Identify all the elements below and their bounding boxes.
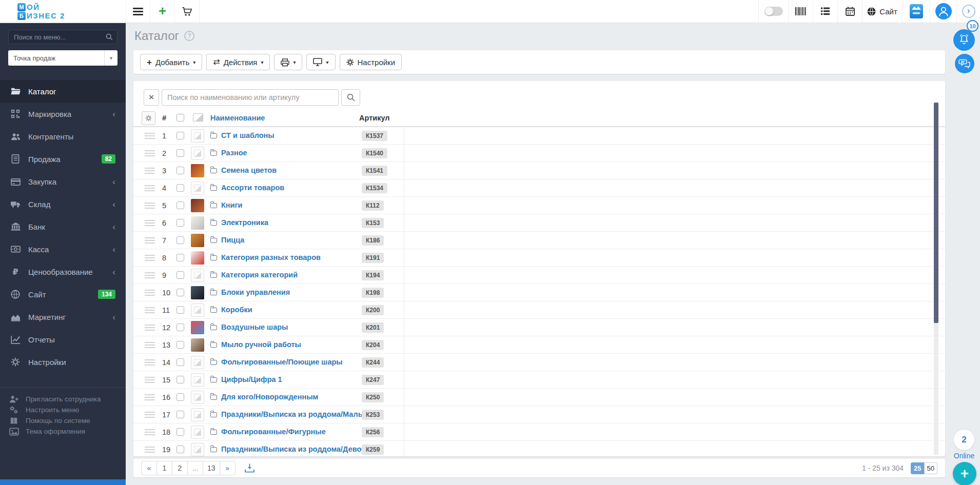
- category-link[interactable]: Фольгированные/Поющие шары: [221, 358, 343, 366]
- drag-handle-icon[interactable]: [145, 185, 155, 191]
- drag-handle-icon[interactable]: [145, 377, 155, 383]
- row-checkbox[interactable]: [177, 376, 184, 383]
- category-link[interactable]: Электроника: [221, 218, 268, 227]
- row-checkbox[interactable]: [177, 254, 184, 261]
- drag-handle-icon[interactable]: [145, 272, 155, 278]
- clear-search-button[interactable]: ×: [144, 89, 159, 106]
- columns-settings-button[interactable]: [142, 111, 155, 125]
- page-button-prev[interactable]: «: [141, 461, 157, 475]
- table-search-input[interactable]: [162, 89, 339, 106]
- drag-handle-icon[interactable]: [145, 412, 155, 418]
- category-link[interactable]: Праздники/Выписка из роддома/Девочки: [221, 445, 374, 453]
- user-avatar-button[interactable]: [930, 0, 956, 23]
- floating-add-button[interactable]: +: [953, 462, 976, 485]
- sidebar-item-cashdesk[interactable]: Касса‹: [0, 238, 126, 260]
- search-submit-button[interactable]: [341, 89, 360, 106]
- lists-button[interactable]: [813, 0, 837, 23]
- sidebar-link-system-help[interactable]: Помощь по системе: [0, 415, 126, 426]
- menu-search-input[interactable]: [8, 30, 117, 44]
- notifications-button[interactable]: [953, 29, 975, 51]
- category-link[interactable]: Категория разных товаров: [221, 253, 321, 261]
- drag-handle-icon[interactable]: [145, 359, 155, 366]
- drag-handle-icon[interactable]: [145, 307, 155, 313]
- page-size-25[interactable]: 25: [911, 462, 924, 474]
- sidebar-item-contractors[interactable]: Контрагенты: [0, 125, 126, 148]
- category-link[interactable]: Для кого/Новорожденным: [221, 393, 318, 401]
- row-checkbox[interactable]: [177, 446, 184, 453]
- category-link[interactable]: Фольгированные/Фигурные: [221, 428, 326, 436]
- sidebar-item-pricing[interactable]: ₽Ценообразование‹: [0, 260, 126, 283]
- app-logo[interactable]: М ОЙ Б ИЗНЕС 2: [17, 3, 65, 20]
- row-checkbox[interactable]: [177, 271, 184, 279]
- table-row[interactable]: 7ПиццаК186: [133, 232, 945, 249]
- page-button-1[interactable]: 1: [156, 461, 172, 475]
- help-icon[interactable]: ?: [184, 31, 194, 41]
- sidebar-item-warehouse[interactable]: Склад‹: [0, 193, 126, 215]
- row-checkbox[interactable]: [177, 324, 184, 331]
- table-row[interactable]: 5КнигиК112: [133, 197, 945, 214]
- page-button-next[interactable]: »: [220, 461, 236, 475]
- category-link[interactable]: Разное: [221, 149, 247, 157]
- quick-add-button[interactable]: +: [150, 0, 175, 23]
- category-link[interactable]: Пицца: [221, 236, 244, 244]
- row-checkbox[interactable]: [177, 306, 184, 314]
- row-checkbox[interactable]: [177, 219, 184, 227]
- row-checkbox[interactable]: [177, 201, 184, 209]
- row-checkbox[interactable]: [177, 358, 184, 366]
- table-row[interactable]: 8Категория разных товаровК191: [133, 249, 945, 267]
- sidebar-item-settings[interactable]: Настройки: [0, 351, 126, 373]
- table-row[interactable]: 15Цифры/Цифра 1К247: [133, 371, 945, 389]
- chat-button[interactable]: [955, 54, 974, 73]
- print-button[interactable]: ▾: [274, 54, 302, 70]
- drag-handle-icon[interactable]: [145, 447, 155, 453]
- table-row[interactable]: 10Блоки управленияК198: [133, 284, 945, 301]
- category-link[interactable]: Цифры/Цифра 1: [221, 375, 282, 383]
- table-row[interactable]: 3Семена цветовК1541: [133, 162, 945, 179]
- app-switcher-button[interactable]: [902, 0, 930, 23]
- row-checkbox[interactable]: [177, 184, 184, 192]
- drag-handle-icon[interactable]: [145, 168, 155, 174]
- calendar-button[interactable]: [837, 0, 862, 23]
- sidebar-link-theme[interactable]: Тема оформления: [0, 426, 126, 437]
- table-row[interactable]: 4Ассорти товаровК1534: [133, 179, 945, 197]
- category-link[interactable]: Мыло ручной работы: [221, 340, 301, 349]
- drag-handle-icon[interactable]: [145, 237, 155, 244]
- point-of-sale-select[interactable]: Точка продаж ▾: [8, 50, 117, 66]
- table-row[interactable]: 16Для кого/НоворожденнымК250: [133, 389, 945, 406]
- drag-handle-icon[interactable]: [145, 203, 155, 209]
- row-checkbox[interactable]: [177, 289, 184, 296]
- drag-handle-icon[interactable]: [145, 342, 155, 348]
- drag-handle-icon[interactable]: [145, 325, 155, 331]
- row-checkbox[interactable]: [177, 167, 184, 174]
- page-button-2[interactable]: 2: [172, 461, 188, 475]
- page-button-ellipsis[interactable]: ...: [187, 461, 203, 475]
- sidebar-link-invite-employee[interactable]: Пригласить сотрудника: [0, 394, 126, 405]
- settings-button[interactable]: Настройки: [340, 54, 402, 70]
- row-checkbox[interactable]: [177, 236, 184, 244]
- sidebar-item-bank[interactable]: Банк‹: [0, 215, 126, 238]
- table-row[interactable]: 1СТ и шаблоныК1537: [133, 127, 945, 145]
- drag-handle-icon[interactable]: [145, 429, 155, 435]
- drag-handle-icon[interactable]: [145, 394, 155, 400]
- table-row[interactable]: 6ЭлектроникаК153: [133, 214, 945, 232]
- row-checkbox[interactable]: [177, 411, 184, 418]
- sidebar-item-reports[interactable]: Отчеты: [0, 328, 126, 351]
- sidebar-item-marketing[interactable]: Маркетинг‹: [0, 306, 126, 328]
- table-row[interactable]: 11КоробкиК200: [133, 301, 945, 319]
- site-button[interactable]: Сайт: [862, 0, 902, 23]
- category-link[interactable]: Книги: [221, 201, 242, 209]
- sidebar-item-marking[interactable]: Маркировка‹: [0, 103, 126, 125]
- barcode-button[interactable]: [788, 0, 813, 23]
- category-link[interactable]: Семена цветов: [221, 166, 277, 174]
- export-download-button[interactable]: [245, 463, 254, 473]
- sidebar-toggle-button[interactable]: [126, 0, 150, 23]
- category-link[interactable]: Коробки: [221, 306, 252, 314]
- table-row[interactable]: 17Праздники/Выписка из роддома/МальчикуК…: [133, 406, 945, 423]
- table-row[interactable]: 13Мыло ручной работыК204: [133, 336, 945, 354]
- drag-handle-icon[interactable]: [145, 255, 155, 261]
- table-scrollbar-thumb[interactable]: [934, 103, 938, 323]
- drag-handle-icon[interactable]: [145, 133, 155, 139]
- category-link[interactable]: Категория категорий: [221, 271, 298, 279]
- category-link[interactable]: Воздушные шары: [221, 323, 288, 331]
- row-checkbox[interactable]: [177, 428, 184, 436]
